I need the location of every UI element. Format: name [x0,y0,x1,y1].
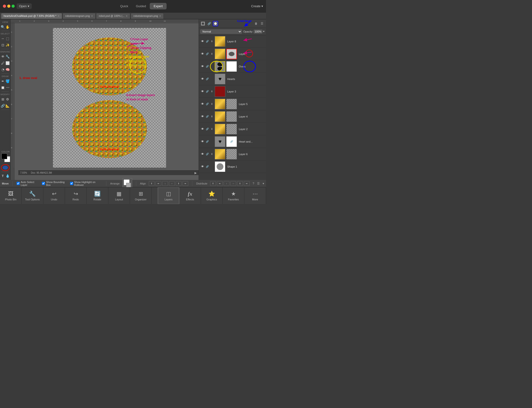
add-mask-button[interactable] [213,21,218,26]
layer-eye-8[interactable]: 👁 [200,40,205,43]
options-help-button[interactable]: ? [252,182,254,185]
delete-layer-button[interactable]: 🗑 [253,21,259,26]
bottom-effects[interactable]: fx Effects [179,187,201,204]
create-button[interactable]: Create ▾ [251,4,263,8]
crop-tool[interactable]: ⊞ [1,96,5,102]
bottom-rotate[interactable]: 🔄 Rotate [87,187,108,204]
tab-1[interactable]: robotstereogram.png ✕ [63,13,96,19]
distribute-top-button[interactable]: ⬆ [210,181,216,186]
bottom-more[interactable]: ⋯ More [244,187,266,204]
show-highlight-checkbox[interactable]: Show Highlight on Rollover [70,181,102,187]
tab-close-2[interactable]: ✕ [126,15,128,17]
gradient-tool[interactable]: 🔲 [1,85,5,91]
canvas-document[interactable]: Be My Valentine [53,28,166,168]
color-swatches[interactable] [1,153,10,162]
options-expand-button[interactable]: ▾ [263,182,264,185]
tab-2[interactable]: robot.psd @ 100% (... ✕ [96,13,130,19]
distribute-right-button[interactable]: ➡ [244,181,250,186]
move-tool[interactable]: ↔ [1,35,5,42]
layer-chain-layer3[interactable]: 🔗 [206,90,209,93]
layer-eye-ovals[interactable]: 👁 [200,65,205,68]
marquee-tool[interactable]: ⬚ [6,35,10,42]
paint-bucket-tool[interactable]: 🪣 [6,78,10,84]
layer-item-ovals[interactable]: 👁 🔗 Ovals [199,60,266,73]
eraser-tool[interactable]: ⬜ [6,60,10,66]
align-bottom-button[interactable]: ⬇ [176,181,182,186]
layer-chain-ovals[interactable]: 🔗 [206,65,209,68]
opacity-chevron[interactable]: ▾ [263,30,265,33]
layer-item-layer2[interactable]: 👁 🔗 ⬇ Layer 2 [199,123,266,135]
open-button[interactable]: Open ▾ [17,3,32,9]
mode-expert[interactable]: Expert [150,3,166,9]
lasso-tool[interactable]: ⊡ [1,42,5,48]
layer-eye-layer5[interactable]: 👁 [200,102,205,106]
layer-item-shape1[interactable]: 👁 🔗 Shape 1 [199,160,266,173]
brush-tool[interactable]: ✒ [1,78,5,84]
layer-chain-masked[interactable]: 🔗 [206,52,209,55]
distribute-center-v-button[interactable]: ↕ [224,181,229,186]
layer-chain-layer6[interactable]: 🔗 [206,153,209,155]
straighten-tool[interactable]: 🔗 [1,102,5,109]
bottom-layout[interactable]: ▦ Layout [108,187,130,204]
red-eye-tool[interactable]: 📐 [6,102,10,109]
bottom-undo[interactable]: ↩ Undo [43,187,65,204]
bottom-tool-options[interactable]: 🔧 Tool Options [22,187,43,204]
layer-item-layer6[interactable]: 👁 🔗 ⬇ Layer 6 [199,148,266,160]
show-bounding-box-checkbox[interactable]: Show Bounding Box [42,181,67,187]
magic-wand-tool[interactable]: ✨ [6,42,10,48]
options-menu-button[interactable]: ☰ [257,182,260,185]
bottom-favorites[interactable]: ★ Favorites [223,187,244,204]
distribute-middle-h-button[interactable]: ↔ [230,181,236,186]
layer-chain-layer4[interactable]: 🔗 [206,115,209,118]
custom-shape-tool[interactable]: 〰 [6,85,10,91]
eyedropper-tool[interactable]: 💧 [6,173,10,179]
eye-tool[interactable]: 👁 [1,53,5,60]
layer-item-layer4[interactable]: 👁 🔗 ⬇ Layer 4 [199,110,266,123]
hand-tool[interactable]: ✋ [6,24,10,30]
align-right-button[interactable]: ➡ [183,181,188,186]
blend-mode-select[interactable]: Normal [200,29,242,34]
heal-tool[interactable]: 🔧 [6,53,10,60]
maximize-button[interactable] [12,5,15,8]
layer-chain-shape1[interactable]: 🔗 [206,165,209,168]
distribute-left-button[interactable]: ⬅ [217,181,223,186]
layer-item-heart-and[interactable]: 👁 🔗 ♥ 🔗 Heart and... [199,135,266,148]
layer-item-layer8[interactable]: 👁 🔗 ⬇ Layer 8 [199,35,266,48]
align-middle-h-button[interactable]: ↔ [169,181,175,186]
layer-eye-heart-and[interactable]: 👁 [200,140,205,143]
layer-chain-layer5[interactable]: 🔗 [206,102,209,105]
mode-guided[interactable]: Guided [132,3,150,9]
layer-eye-layer4[interactable]: 👁 [200,115,205,118]
text-tool[interactable]: T [1,173,5,179]
recompose-tool[interactable]: ⚙ [6,96,10,102]
bottom-redo[interactable]: ↪ Redo [65,187,87,204]
opacity-input[interactable] [254,30,262,34]
layer-eye-hearts[interactable]: 👁 [200,77,205,81]
smudge-tool[interactable]: 🧠 [6,67,10,73]
foreground-color-swatch[interactable] [1,153,7,159]
align-left-button[interactable]: ⬅ [156,181,161,186]
tab-close-0[interactable]: ✕ [58,15,59,17]
highlight-rollover-input[interactable] [70,182,73,185]
align-top-button[interactable]: ⬆ [149,181,155,186]
tab-close-1[interactable]: ✕ [91,15,93,17]
layer-chain-heart-and[interactable]: 🔗 [206,140,209,143]
scroll-right[interactable]: ▶ [194,171,197,175]
layer-link-button[interactable]: 🔗 [207,21,212,26]
distribute-bottom-button[interactable]: ⬇ [237,181,243,186]
layer-item-layer-masked[interactable]: 👁 🔗 ⬇ Layer [199,48,266,60]
tab-close-3[interactable]: ✕ [159,15,161,17]
layer-chain-hearts[interactable]: 🔗 [206,77,209,80]
layer-item-hearts[interactable]: 👁 🔗 ♥ Hearts [199,73,266,85]
clone-tool[interactable]: 🖊 [1,60,5,66]
layer-chain-8[interactable]: 🔗 [206,40,209,43]
auto-select-layer-checkbox[interactable]: Auto Select Layer [17,181,39,187]
layer-eye-layer2[interactable]: 👁 [200,127,205,131]
create-layer-button[interactable] [200,21,206,26]
layer-item-layer3[interactable]: 👁 🔗 ⬇ Layer 3 [199,85,266,98]
tab-0[interactable]: heartsAndOvalMask.psd @ 7.93% (RGB/8) * … [1,13,62,19]
layer-eye-layer3[interactable]: 👁 [200,90,205,93]
layer-item-layer5[interactable]: 👁 🔗 ⬇ Layer 5 [199,98,266,110]
bottom-layers[interactable]: ◫ Layers [158,187,179,204]
bottom-graphics[interactable]: ⭐ Graphics [201,187,223,204]
